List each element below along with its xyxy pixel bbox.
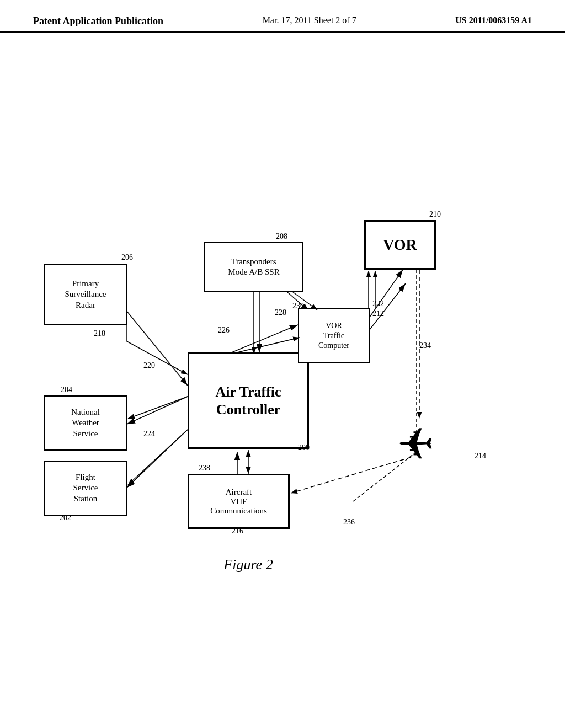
label-230: 230 bbox=[292, 302, 304, 311]
flight-service-box: FlightServiceStation bbox=[44, 461, 127, 516]
primary-surveillance-radar-box: PrimarySurveillanceRadar bbox=[44, 264, 127, 325]
label-234: 234 bbox=[419, 341, 431, 350]
publication-label: Patent Application Publication bbox=[33, 15, 163, 27]
label-210: 210 bbox=[429, 210, 441, 219]
vhf-label: AircraftVHFCommunications bbox=[210, 488, 267, 516]
sheet-info: Mar. 17, 2011 Sheet 2 of 7 bbox=[263, 15, 356, 25]
vor-box: VOR bbox=[364, 220, 436, 270]
svg-line-5 bbox=[127, 397, 188, 424]
label-202: 202 bbox=[60, 513, 71, 522]
figure-caption: Figure 2 bbox=[193, 556, 303, 573]
label-236: 236 bbox=[343, 518, 355, 527]
label-220: 220 bbox=[143, 361, 155, 370]
fss-label: FlightServiceStation bbox=[73, 472, 98, 505]
label-228: 228 bbox=[275, 308, 286, 317]
svg-line-6 bbox=[127, 430, 188, 488]
svg-line-3 bbox=[126, 310, 188, 386]
diagram-area: PrimarySurveillanceRadar 206 Transponder… bbox=[0, 33, 565, 694]
aircraft-vhf-box: AircraftVHFCommunications bbox=[188, 474, 290, 529]
national-weather-box: NationalWeatherService bbox=[44, 395, 127, 451]
page-header: Patent Application Publication Mar. 17, … bbox=[0, 0, 565, 33]
label-224: 224 bbox=[143, 430, 155, 438]
primary-radar-label: PrimarySurveillanceRadar bbox=[65, 279, 106, 311]
transponders-label: TranspondersMode A/B SSR bbox=[228, 256, 279, 278]
airplane-icon: ✈ bbox=[397, 419, 434, 470]
vor-traffic-computer-box: VORTrafficComputer bbox=[298, 308, 370, 363]
vor-label: VOR bbox=[383, 236, 417, 254]
label-208: 208 bbox=[276, 232, 287, 241]
label-218: 218 bbox=[94, 329, 105, 338]
label-216: 216 bbox=[232, 527, 243, 536]
svg-line-10 bbox=[367, 283, 406, 333]
air-traffic-controller-box: Air TrafficController bbox=[188, 352, 309, 449]
label-214: 214 bbox=[475, 452, 486, 461]
label-200: 200 bbox=[298, 443, 310, 452]
atc-label: Air TrafficController bbox=[215, 383, 281, 417]
label-238: 238 bbox=[199, 464, 210, 473]
nws-label: NationalWeatherService bbox=[71, 407, 100, 440]
svg-line-17 bbox=[291, 457, 411, 493]
label-232: 232 bbox=[372, 299, 384, 308]
transponders-box: TranspondersMode A/B SSR bbox=[204, 242, 303, 292]
label-212: 212 bbox=[372, 309, 384, 318]
patent-number: US 2011/0063159 A1 bbox=[455, 15, 532, 25]
label-226: 226 bbox=[218, 326, 230, 335]
label-206: 206 bbox=[121, 253, 133, 262]
svg-line-7 bbox=[232, 325, 298, 352]
vor-traffic-label: VORTrafficComputer bbox=[318, 321, 349, 351]
label-204: 204 bbox=[61, 386, 72, 394]
